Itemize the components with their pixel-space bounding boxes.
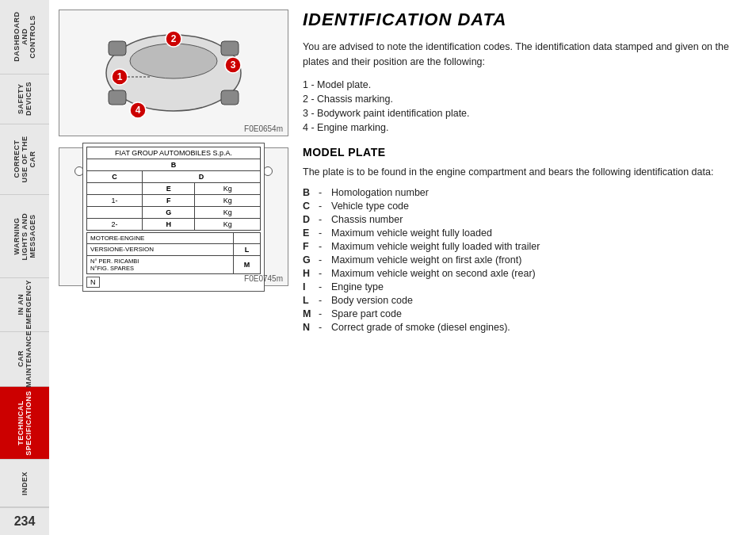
id-desc: Maximum vehicle weight on first axle (fr…: [331, 254, 521, 266]
id-list-item: F - Maximum vehicle weight fully loaded …: [303, 241, 743, 252]
id-key: M: [303, 308, 319, 319]
id-list-item: D - Chassis number: [303, 214, 743, 225]
plate-spares-row: N° PER. RICAMBIN°FIG. SPARES: [87, 255, 234, 273]
main-content: 1 2 3 4 F0E0654m: [49, 0, 756, 535]
plate-b-row: B: [87, 159, 261, 170]
plate-e: E: [143, 182, 195, 194]
id-key: F: [303, 241, 319, 252]
svg-text:4: 4: [136, 105, 141, 116]
plate-bottom-table: MOTORE-ENGINE VERSIONE-VERSION L N° PER.…: [86, 232, 261, 274]
id-list-item: H - Maximum vehicle weight on second axl…: [303, 268, 743, 279]
id-list-item: G - Maximum vehicle weight on first axle…: [303, 254, 743, 266]
svg-text:2: 2: [171, 33, 177, 44]
id-desc: Maximum vehicle weight on second axle (r…: [331, 268, 536, 279]
plate-wrapper: FIAT GROUP AUTOMOBILES S.p.A. B C D: [82, 143, 265, 292]
plate-engine-row: MOTORE-ENGINE: [87, 232, 234, 243]
id-key: C: [303, 201, 319, 212]
plate-l: L: [233, 243, 260, 255]
sidebar-item-emergency[interactable]: IN AN EMERGENCY: [0, 278, 49, 331]
section-intro: The plate is to be found in the engine c…: [303, 165, 743, 180]
plate-m: M: [233, 255, 260, 273]
id-list-item: B - Homologation number: [303, 187, 743, 198]
sidebar-item-dashboard-and-controls[interactable]: DASHBOARD AND CONTROLS: [0, 0, 49, 75]
section-title: MODEL PLATE: [303, 146, 743, 159]
plate-f: F: [143, 194, 195, 206]
sidebar-item-car-maintenance[interactable]: CAR MAINTENANCE: [0, 332, 49, 387]
plate-h: H: [143, 218, 195, 230]
id-desc: Maximum vehicle weight fully loaded with…: [331, 241, 540, 252]
id-key: L: [303, 295, 319, 306]
id-desc: Spare part code: [331, 308, 402, 319]
id-list-item: E - Maximum vehicle weight fully loaded: [303, 227, 743, 239]
id-list-item: L - Body version code: [303, 295, 743, 306]
id-desc: Homologation number: [331, 187, 429, 198]
id-key: I: [303, 281, 319, 292]
sidebar-item-correct-use[interactable]: CORRECT USE OF THE CAR: [0, 124, 49, 195]
bottom-diagram-caption: F0E0745m: [244, 274, 283, 283]
svg-point-1: [130, 44, 217, 78]
list-item: 3 - Bodywork paint identification plate.: [303, 108, 743, 119]
id-key: B: [303, 187, 319, 198]
plate-g: G: [143, 206, 195, 218]
id-key: G: [303, 254, 319, 266]
plate-n-row: N: [86, 277, 261, 288]
id-key: H: [303, 268, 319, 279]
sidebar-item-warning-lights[interactable]: WARNING LIGHTS AND MESSAGES: [0, 195, 49, 278]
id-key: E: [303, 227, 319, 239]
id-desc: Body version code: [331, 295, 413, 306]
intro-text: You are advised to note the identificati…: [303, 40, 743, 70]
sidebar: DASHBOARD AND CONTROLS SAFETY DEVICES CO…: [0, 0, 49, 535]
id-list-item: M - Spare part code: [303, 308, 743, 319]
id-desc: Chassis number: [331, 214, 403, 225]
id-desc: Engine type: [331, 281, 384, 292]
svg-text:1: 1: [117, 71, 123, 82]
plate-d: D: [143, 170, 261, 182]
svg-rect-5: [221, 90, 239, 105]
id-list-item: N - Correct grade of smoke (diesel engin…: [303, 322, 743, 333]
id-desc: Vehicle type code: [331, 201, 409, 212]
plate-table: FIAT GROUP AUTOMOBILES S.p.A. B C D: [86, 147, 261, 231]
id-list-item: I - Engine type: [303, 281, 743, 292]
list-item: 4 - Engine marking.: [303, 122, 743, 133]
svg-rect-4: [221, 41, 239, 55]
plate-version-row: VERSIONE-VERSION: [87, 243, 234, 255]
list-item: 2 - Chassis marking.: [303, 94, 743, 105]
car-top-view-svg: 1 2 3 4: [86, 21, 261, 124]
id-list-item: C - Vehicle type code: [303, 201, 743, 212]
identification-list: B - Homologation numberC - Vehicle type …: [303, 187, 743, 333]
left-column: 1 2 3 4 F0E0654m: [59, 10, 296, 525]
list-item: 1 - Model plate.: [303, 79, 743, 90]
plate-c: C: [87, 170, 143, 182]
sidebar-item-safety-devices[interactable]: SAFETY DEVICES: [0, 75, 49, 125]
id-key: D: [303, 214, 319, 225]
right-column: IDENTIFICATION DATA You are advised to n…: [296, 10, 756, 525]
id-key: N: [303, 322, 319, 333]
page-title: IDENTIFICATION DATA: [303, 10, 743, 30]
sidebar-item-technical-specifications[interactable]: TECHNICAL SPECIFICATIONS: [0, 387, 49, 460]
location-list: 1 - Model plate. 2 - Chassis marking. 3 …: [303, 79, 743, 133]
page-number: 234: [0, 507, 49, 535]
plate-company: FIAT GROUP AUTOMOBILES S.p.A.: [87, 147, 261, 159]
model-plate-diagram-box: FIAT GROUP AUTOMOBILES S.p.A. B C D: [59, 147, 288, 286]
content-area: 1 2 3 4 F0E0654m: [49, 0, 756, 535]
car-diagram-box: 1 2 3 4 F0E0654m: [59, 10, 288, 136]
svg-text:3: 3: [231, 59, 236, 71]
plate-n-box: N: [86, 277, 100, 288]
id-desc: Correct grade of smoke (diesel engines).: [331, 322, 510, 333]
id-desc: Maximum vehicle weight fully loaded: [331, 227, 492, 239]
svg-rect-2: [109, 41, 126, 55]
sidebar-item-index[interactable]: INDEX: [0, 460, 49, 507]
top-diagram-caption: F0E0654m: [244, 124, 283, 133]
svg-rect-3: [109, 90, 126, 105]
